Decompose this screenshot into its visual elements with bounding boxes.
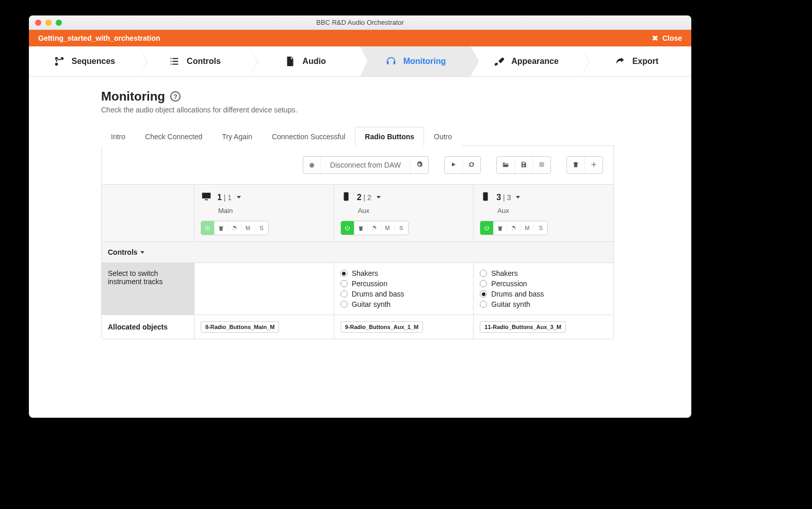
delete-device-button[interactable] [567, 157, 585, 173]
tab-connection-successful[interactable]: Connection Successful [262, 127, 355, 146]
help-icon[interactable]: ? [170, 91, 181, 102]
add-device-button[interactable] [585, 157, 603, 173]
device-1-mute-button[interactable]: M [241, 221, 255, 235]
nav-audio[interactable]: Audio [250, 46, 360, 76]
radio-indicator [480, 290, 487, 298]
radio-label: Percussion [491, 280, 527, 288]
svg-rect-0 [344, 192, 348, 201]
radio-option[interactable]: Percussion [480, 280, 607, 288]
allocated-pill[interactable]: 9-Radio_Buttons_Aux_1_M [340, 321, 423, 333]
instrument-row-label: Select to switch instrument tracks [102, 263, 194, 315]
device-2-power-button[interactable] [341, 221, 354, 235]
device-2-solo-button[interactable]: S [395, 221, 408, 235]
grid-corner [102, 185, 194, 242]
device-1-delete-button[interactable] [215, 221, 228, 235]
menu-button[interactable] [533, 157, 550, 173]
list-icon [168, 55, 181, 68]
chevron-down-icon[interactable] [237, 196, 241, 199]
phone-icon [340, 191, 352, 204]
nav-appearance[interactable]: Appearance [470, 46, 581, 76]
save-icon [520, 161, 527, 170]
device-1-header: 1 | 1 Main M S [194, 185, 334, 242]
allocated-row-label: Allocated objects [102, 315, 194, 339]
monitoring-panel: Disconnect from DAW [101, 146, 614, 339]
brush-icon [493, 55, 505, 68]
instrument-device-2: ShakersPercussionDrums and bassGuitar sy… [334, 263, 474, 315]
open-button[interactable] [497, 157, 515, 173]
tab-try-again[interactable]: Try Again [212, 127, 262, 146]
device-2-undo-button[interactable] [368, 221, 381, 235]
sequence-tabs: Intro Check Connected Try Again Connecti… [101, 126, 614, 146]
device-3-power-button[interactable] [480, 221, 494, 235]
svg-rect-1 [483, 192, 488, 201]
radio-label: Shakers [491, 269, 517, 277]
radio-label: Percussion [352, 280, 387, 288]
headphones-icon [385, 55, 397, 68]
project-bar: Getting_started_with_orchestration ✖ Clo… [29, 30, 691, 46]
close-project-button[interactable]: ✖ Close [652, 34, 682, 42]
phone-icon [480, 191, 491, 204]
play-button[interactable] [445, 157, 463, 173]
plus-icon [590, 161, 597, 170]
desktop-icon [201, 191, 212, 204]
device-1-power-button[interactable] [201, 221, 215, 235]
device-1-undo-button[interactable] [228, 221, 241, 235]
instrument-device-1 [194, 263, 334, 315]
file-audio-icon [284, 55, 296, 68]
tab-radio-buttons[interactable]: Radio Buttons [355, 127, 424, 146]
chevron-down-icon[interactable] [377, 196, 381, 199]
share-icon [614, 55, 626, 68]
radio-indicator [480, 270, 487, 277]
allocated-pill[interactable]: 8-Radio_Buttons_Main_M [201, 321, 279, 333]
nav-controls[interactable]: Controls [139, 46, 250, 76]
radio-label: Drums and bass [491, 290, 544, 298]
radio-option[interactable]: Shakers [340, 269, 467, 277]
titlebar: BBC R&D Audio Orchestrator [29, 15, 691, 30]
tab-outro[interactable]: Outro [424, 127, 462, 146]
device-2-mute-button[interactable]: M [381, 221, 395, 235]
device-1-solo-button[interactable]: S [255, 221, 268, 235]
device-3-undo-button[interactable] [507, 221, 521, 235]
nav-export[interactable]: Export [581, 46, 691, 76]
close-label: Close [662, 34, 682, 42]
instrument-device-3: ShakersPercussionDrums and bassGuitar sy… [474, 263, 613, 315]
allocated-device-1: 8-Radio_Buttons_Main_M [194, 315, 334, 339]
radio-option[interactable]: Drums and bass [480, 290, 607, 298]
radio-option[interactable]: Guitar synth [340, 300, 467, 308]
daw-disconnect-button[interactable]: Disconnect from DAW [321, 157, 411, 173]
tab-intro[interactable]: Intro [101, 127, 135, 146]
device-3-mute-button[interactable]: M [521, 221, 534, 235]
device-1-controls: M S [201, 221, 269, 235]
nav-monitoring[interactable]: Monitoring [360, 46, 470, 76]
trash-icon [572, 161, 579, 170]
radio-label: Guitar synth [352, 300, 391, 308]
device-3-delete-button[interactable] [494, 221, 507, 235]
nav-sequences[interactable]: Sequences [29, 46, 139, 76]
radio-option[interactable]: Percussion [340, 280, 467, 288]
device-3-name: Aux [497, 207, 607, 215]
playback-group [444, 156, 481, 174]
controls-row-toggle[interactable]: Controls [102, 242, 613, 263]
device-3-controls: M S [480, 221, 548, 235]
save-button[interactable] [515, 157, 533, 173]
radio-indicator [340, 290, 348, 298]
loop-button[interactable] [463, 157, 480, 173]
allocated-device-2: 9-Radio_Buttons_Aux_1_M [334, 315, 474, 339]
chevron-down-icon[interactable] [516, 196, 520, 199]
main-nav: Sequences Controls Audio Monitoring [29, 46, 691, 77]
tab-check-connected[interactable]: Check Connected [135, 127, 212, 146]
file-group [496, 156, 551, 174]
daw-settings-button[interactable] [411, 157, 428, 173]
device-3-solo-button[interactable]: S [534, 221, 547, 235]
radio-option[interactable]: Drums and bass [340, 290, 467, 298]
radio-indicator [480, 301, 487, 308]
radio-option[interactable]: Guitar synth [480, 300, 607, 308]
project-name: Getting_started_with_orchestration [38, 34, 160, 42]
menu-icon [538, 161, 545, 170]
device-2-delete-button[interactable] [354, 221, 368, 235]
device-2-name: Aux [358, 207, 467, 215]
folder-open-icon [502, 161, 509, 170]
radio-indicator [480, 280, 487, 287]
radio-option[interactable]: Shakers [480, 269, 607, 277]
allocated-pill[interactable]: 11-Radio_Buttons_Aux_3_M [480, 321, 566, 333]
